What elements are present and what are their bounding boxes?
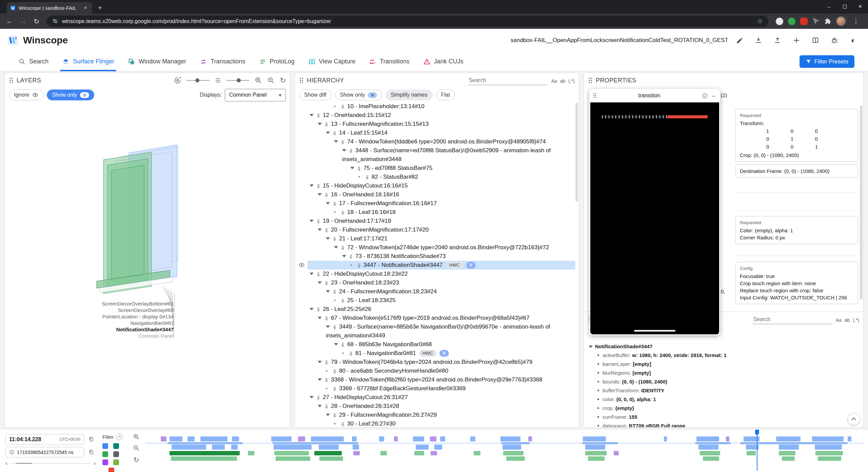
- minimize-icon[interactable]: –: [711, 92, 717, 99]
- tab-search[interactable]: Search: [12, 52, 55, 71]
- displays-select[interactable]: Common Panel ▾: [225, 89, 286, 101]
- protolog-trace-icon[interactable]: [102, 451, 108, 457]
- regex-icon[interactable]: (.*): [568, 78, 575, 84]
- reset-view-icon[interactable]: ↻: [280, 76, 286, 84]
- tree-node[interactable]: 19 - OneHanded:17:17#19: [295, 217, 575, 225]
- trace-segment[interactable]: [212, 445, 225, 450]
- trace-segment[interactable]: [430, 436, 436, 441]
- detail-root-node[interactable]: NotificationShade#3447: [589, 342, 859, 351]
- chevron-down-icon[interactable]: [318, 378, 322, 381]
- tree-node[interactable]: 13 - FullscreenMagnification:15:15#13: [295, 120, 575, 129]
- tab-surface-flinger[interactable]: Surface Flinger: [55, 52, 121, 71]
- trace-segment[interactable]: [776, 436, 801, 441]
- tree-node[interactable]: 75 - ed70f88 StatusBar#75: [295, 164, 575, 173]
- detail-search-input[interactable]: [753, 315, 832, 324]
- zoom-out-icon[interactable]: [133, 445, 140, 451]
- tree-node[interactable]: 27 - HideDisplayCutout:26:31#27: [295, 393, 575, 402]
- match-case-icon[interactable]: Aa: [551, 78, 557, 84]
- properties-scrollbar[interactable]: [860, 105, 863, 299]
- extension-icon-2[interactable]: [788, 18, 795, 25]
- chevron-down-icon[interactable]: [318, 361, 322, 363]
- tree-node[interactable]: 17 - FullscreenMagnification:16:16#17: [295, 199, 575, 208]
- trace-segment[interactable]: [416, 445, 429, 450]
- extension-icon-1[interactable]: [776, 18, 783, 25]
- trace-segment[interactable]: [170, 451, 240, 455]
- trace-segment[interactable]: [812, 436, 844, 441]
- filter-chip-flat[interactable]: Flat: [436, 90, 455, 100]
- tree-node[interactable]: 82 - StatusBar#82: [295, 173, 575, 181]
- reload-icon[interactable]: ↻: [31, 15, 43, 27]
- layers-3d-view[interactable]: ScreenDecorOverlayBottom#61ScreenDecorOv…: [5, 102, 290, 427]
- extension-icon-4[interactable]: [812, 18, 820, 25]
- tab-transitions[interactable]: Transitions: [362, 52, 416, 71]
- layer-rect[interactable]: [111, 165, 144, 280]
- tree-node[interactable]: 24 - FullscreenMagnification:18:23#24: [295, 287, 575, 296]
- edit-icon[interactable]: [732, 33, 747, 47]
- trace-segment[interactable]: [413, 436, 425, 441]
- chevron-down-icon[interactable]: [310, 308, 314, 310]
- layer-label[interactable]: PointerLocation - display 0#134: [46, 313, 174, 320]
- tree-node[interactable]: 3447 - NotificationShade#3447HWCV: [295, 261, 575, 270]
- tab-view-capture[interactable]: View Capture: [301, 52, 362, 71]
- chevron-down-icon[interactable]: [318, 317, 322, 319]
- tree-node[interactable]: 25 - Leaf:18:23#25: [295, 296, 575, 305]
- chevron-down-icon[interactable]: [326, 290, 330, 293]
- refresh-icon[interactable]: ↻: [134, 456, 139, 464]
- trace-segment[interactable]: [818, 456, 842, 461]
- url-bar[interactable]: winscope.teams.x20web.corp.google.com/pr…: [47, 16, 768, 27]
- show-only-v-chip[interactable]: Show only V: [47, 90, 94, 100]
- url-text[interactable]: winscope.teams.x20web.corp.google.com/pr…: [62, 18, 753, 24]
- trace-segment[interactable]: [474, 451, 480, 455]
- tree-node[interactable]: 21 - Leaf:17:17#21: [295, 234, 575, 243]
- property-row[interactable]: barrierLayer: [empty]: [589, 360, 859, 369]
- drag-handle-icon[interactable]: [593, 93, 597, 98]
- chevron-down-icon[interactable]: [326, 132, 330, 134]
- chevron-down-icon[interactable]: [326, 202, 330, 204]
- chevron-down-icon[interactable]: [334, 343, 338, 346]
- tree-node[interactable]: 3369 - 67726bf EdgeBackGestureHandler0#3…: [295, 384, 575, 393]
- browser-menu-icon[interactable]: ⋮: [851, 17, 861, 25]
- chevron-down-icon[interactable]: [350, 167, 354, 169]
- trace-segment[interactable]: [379, 436, 384, 441]
- tree-node[interactable]: 67 - WindowToken{e5176f9 type=2019 andro…: [295, 314, 575, 322]
- chevron-down-icon[interactable]: [326, 414, 330, 416]
- chevron-down-icon[interactable]: [334, 140, 338, 143]
- trace-segment[interactable]: [353, 445, 359, 450]
- zoom-in-icon[interactable]: [255, 77, 262, 84]
- property-row[interactable]: bufferTransform: IDENTITY: [589, 386, 859, 395]
- trace-segment[interactable]: [703, 456, 719, 461]
- trace-segment[interactable]: [585, 451, 607, 455]
- trace-segment[interactable]: [414, 451, 425, 455]
- trace-segment[interactable]: [352, 436, 357, 441]
- chevron-down-icon[interactable]: [342, 255, 346, 257]
- documentation-icon[interactable]: [808, 33, 823, 47]
- trace-segment[interactable]: [782, 456, 795, 461]
- trace-segment[interactable]: [815, 451, 843, 455]
- trace-line-segment[interactable]: [167, 442, 243, 444]
- property-row[interactable]: currFrame: 155: [589, 413, 859, 421]
- drag-handle-icon[interactable]: [299, 77, 304, 83]
- tree-node[interactable]: 18 - Leaf:16:16#18: [295, 208, 575, 217]
- tree-node[interactable]: 72 - WindowToken{a2746de type=2040 andro…: [295, 243, 575, 252]
- tree-node[interactable]: 80 - ace6abb SecondaryHomeHandle0#80: [295, 367, 575, 375]
- layer-spacing-icon[interactable]: [215, 77, 221, 84]
- tree-node[interactable]: 14 - Leaf:15:15#14: [295, 129, 575, 137]
- trace-line-segment[interactable]: [740, 442, 848, 444]
- trace-segment[interactable]: [747, 451, 756, 455]
- scroll-left-icon[interactable]: ‹: [5, 460, 7, 467]
- trace-segment[interactable]: [726, 436, 730, 441]
- cross-tool-icon[interactable]: [789, 33, 804, 47]
- trace-segment[interactable]: [431, 451, 437, 455]
- chevron-down-icon[interactable]: [310, 396, 314, 398]
- 3d-rotation-icon[interactable]: [174, 77, 181, 84]
- trace-segment[interactable]: [298, 436, 305, 441]
- scroll-right-icon[interactable]: ›: [94, 460, 96, 467]
- tree-node[interactable]: 22 - HideDisplayCutout:18:23#22: [295, 270, 575, 278]
- trace-segment[interactable]: [434, 445, 442, 450]
- copy-icon[interactable]: [87, 435, 96, 444]
- trace-segment[interactable]: [319, 445, 339, 450]
- window-maximize-icon[interactable]: [837, 0, 852, 13]
- trace-segment[interactable]: [502, 445, 521, 450]
- trace-segment[interactable]: [353, 451, 360, 455]
- trace-segment[interactable]: [588, 456, 605, 461]
